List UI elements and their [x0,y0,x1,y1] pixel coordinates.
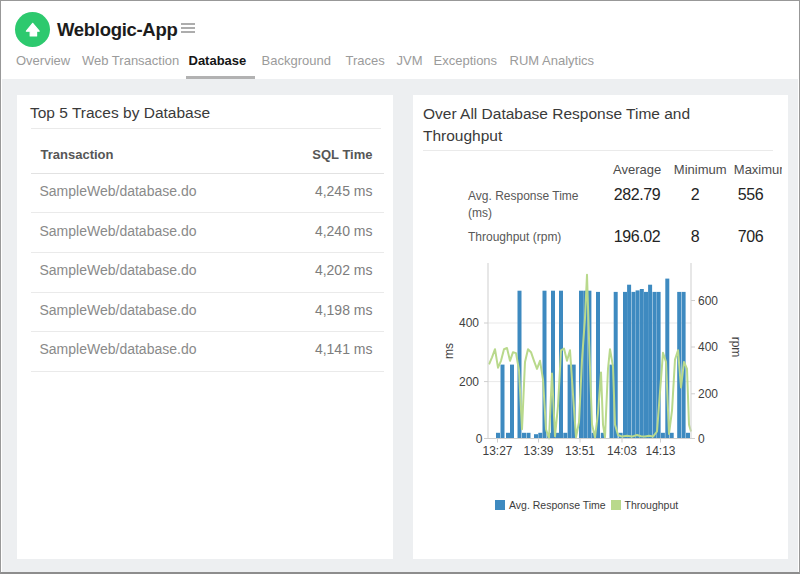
svg-text:0: 0 [698,432,705,446]
svg-text:400: 400 [459,316,479,330]
svg-text:200: 200 [698,387,718,401]
svg-text:13:51: 13:51 [565,444,595,458]
svg-text:ms: ms [442,343,456,359]
svg-text:rpm: rpm [729,337,743,358]
svg-text:14:03: 14:03 [607,444,637,458]
svg-text:600: 600 [698,294,718,308]
svg-text:400: 400 [698,340,718,354]
svg-text:14:13: 14:13 [645,444,675,458]
svg-text:13:39: 13:39 [523,444,553,458]
svg-text:200: 200 [459,375,479,389]
svg-text:13:27: 13:27 [482,444,512,458]
